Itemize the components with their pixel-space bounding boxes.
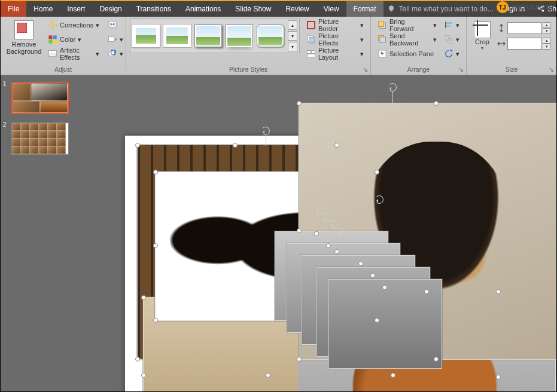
tell-me-search[interactable]: Tell me what you want to do... bbox=[383, 1, 497, 17]
resize-handle[interactable] bbox=[434, 357, 439, 362]
crop-icon bbox=[474, 22, 491, 38]
corrections-button[interactable]: Corrections ▾ bbox=[45, 19, 102, 32]
resize-handle[interactable] bbox=[375, 170, 379, 174]
dialog-launcher-icon[interactable]: ↘ bbox=[547, 66, 555, 73]
resize-handle[interactable] bbox=[358, 261, 363, 266]
width-spin-down[interactable]: ▾ bbox=[543, 44, 550, 50]
style-thumb[interactable] bbox=[132, 24, 160, 47]
rotation-handle-icon[interactable] bbox=[388, 83, 397, 91]
resize-handle[interactable] bbox=[496, 375, 501, 379]
rotation-handle-icon[interactable] bbox=[315, 206, 324, 215]
gallery-scroll-up[interactable]: ▴ bbox=[288, 20, 297, 30]
svg-rect-22 bbox=[380, 37, 385, 42]
resize-handle[interactable] bbox=[382, 285, 387, 290]
slide-canvas[interactable] bbox=[77, 76, 556, 391]
resize-handle[interactable] bbox=[135, 143, 140, 148]
group-adjust: Remove Background Corrections ▾ Color ▾ bbox=[1, 17, 126, 75]
remove-background-button[interactable]: Remove Background bbox=[4, 19, 44, 57]
resize-handle[interactable] bbox=[266, 373, 270, 378]
height-spin-up[interactable]: ▴ bbox=[543, 22, 550, 28]
picture-border-button[interactable]: Picture Border ▾ bbox=[303, 19, 367, 32]
tab-home[interactable]: Home bbox=[26, 1, 60, 17]
artistic-effects-button[interactable]: Artistic Effects ▾ bbox=[45, 47, 102, 60]
corrections-label: Corrections bbox=[60, 22, 93, 29]
group-objects-button[interactable]: ▾ bbox=[441, 33, 462, 46]
rotation-handle-icon[interactable] bbox=[330, 220, 338, 229]
resize-handle[interactable] bbox=[326, 243, 331, 248]
resize-handle[interactable] bbox=[297, 357, 302, 362]
width-input[interactable] bbox=[507, 38, 542, 50]
resize-handle[interactable] bbox=[153, 243, 158, 248]
tab-insert[interactable]: Insert bbox=[60, 1, 92, 17]
resize-handle[interactable] bbox=[334, 143, 339, 148]
rotate-button[interactable]: ▾ bbox=[441, 47, 462, 60]
slide-thumbnail-panel[interactable]: 1 2 bbox=[1, 76, 77, 391]
rotation-handle-icon[interactable] bbox=[261, 127, 270, 135]
dialog-launcher-icon[interactable]: ↘ bbox=[361, 66, 369, 73]
resize-handle[interactable] bbox=[135, 357, 140, 362]
caret-icon: ▾ bbox=[360, 36, 364, 44]
slide-number: 2 bbox=[3, 121, 7, 128]
tab-design[interactable]: Design bbox=[92, 1, 129, 17]
resize-handle[interactable] bbox=[297, 101, 302, 106]
svg-rect-17 bbox=[312, 51, 315, 54]
picture-layout-icon bbox=[306, 49, 316, 59]
style-thumb[interactable] bbox=[226, 24, 253, 47]
send-backward-button[interactable]: Send Backward ▾ bbox=[375, 33, 440, 46]
bring-forward-button[interactable]: Bring Forward ▾ bbox=[375, 19, 440, 32]
rotation-handle-icon[interactable] bbox=[321, 140, 330, 149]
resize-handle[interactable] bbox=[370, 273, 375, 278]
style-thumb[interactable] bbox=[257, 24, 284, 47]
gallery-scroll-down[interactable]: ▾ bbox=[288, 31, 297, 41]
resize-handle[interactable] bbox=[496, 289, 501, 294]
tab-slideshow[interactable]: Slide Show bbox=[228, 1, 278, 17]
picture-effects-button[interactable]: Picture Effects ▾ bbox=[303, 33, 367, 46]
rotation-handle-icon[interactable] bbox=[322, 213, 331, 222]
slide-thumbnail-1[interactable]: 1 bbox=[4, 82, 74, 114]
picture-style-gallery[interactable]: ▴ ▾ ▾ bbox=[130, 19, 300, 53]
rotation-handle-icon[interactable] bbox=[337, 228, 345, 236]
tab-view[interactable]: View bbox=[316, 1, 346, 17]
caret-icon: ▾ bbox=[360, 50, 364, 58]
style-thumb[interactable] bbox=[163, 24, 191, 47]
rotation-handle-icon[interactable] bbox=[375, 195, 383, 204]
resize-handle[interactable] bbox=[141, 373, 146, 378]
dialog-launcher-icon[interactable]: ↘ bbox=[457, 66, 464, 73]
resize-handle[interactable] bbox=[153, 318, 158, 323]
resize-handle[interactable] bbox=[141, 295, 146, 300]
resize-handle[interactable] bbox=[334, 249, 339, 254]
bring-forward-icon bbox=[378, 20, 387, 30]
resize-handle[interactable] bbox=[434, 101, 439, 106]
tab-review[interactable]: Review bbox=[278, 1, 316, 17]
height-input[interactable] bbox=[507, 22, 542, 34]
corrections-icon bbox=[48, 20, 57, 30]
svg-rect-11 bbox=[109, 36, 114, 41]
selection-pane-button[interactable]: Selection Pane bbox=[375, 47, 440, 60]
crop-button[interactable]: Crop ▾ bbox=[470, 19, 494, 53]
tab-transitions[interactable]: Transitions bbox=[129, 1, 178, 17]
resize-handle[interactable] bbox=[153, 170, 158, 174]
height-spin-down[interactable]: ▾ bbox=[543, 28, 550, 34]
resize-handle[interactable] bbox=[424, 289, 429, 294]
style-thumb[interactable] bbox=[194, 24, 222, 47]
group-size-label: Size ↘ bbox=[470, 66, 553, 74]
compress-pictures-button[interactable] bbox=[105, 19, 126, 32]
svg-rect-18 bbox=[307, 54, 315, 57]
align-button[interactable]: ▾ bbox=[441, 19, 462, 32]
resize-handle[interactable] bbox=[375, 318, 379, 323]
color-button[interactable]: Color ▾ bbox=[45, 33, 102, 46]
resize-handle[interactable] bbox=[391, 373, 395, 378]
svg-rect-6 bbox=[53, 35, 57, 39]
change-picture-button[interactable]: ▾ bbox=[105, 33, 126, 46]
slide-thumbnail-2[interactable]: 2 bbox=[4, 122, 74, 155]
tab-animations[interactable]: Animations bbox=[178, 1, 228, 17]
resize-handle[interactable] bbox=[233, 143, 238, 148]
picture-layout-button[interactable]: Picture Layout ▾ bbox=[303, 47, 367, 60]
tab-format[interactable]: Format bbox=[346, 1, 383, 17]
tab-file[interactable]: File bbox=[1, 1, 26, 17]
resize-handle[interactable] bbox=[297, 228, 302, 233]
width-spin-up[interactable]: ▴ bbox=[543, 38, 550, 44]
gallery-expand[interactable]: ▾ bbox=[288, 42, 297, 51]
reset-picture-button[interactable]: ▾ bbox=[105, 47, 126, 60]
resize-handle[interactable] bbox=[314, 231, 319, 236]
